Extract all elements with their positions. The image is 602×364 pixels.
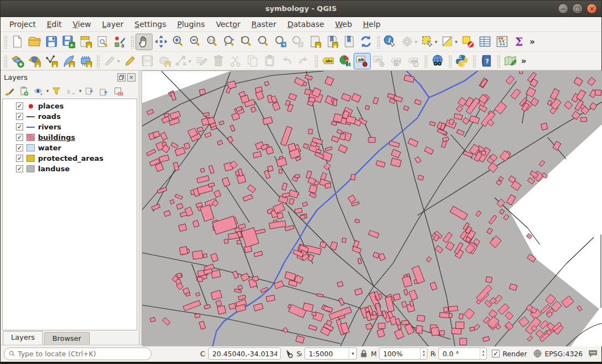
locator-input[interactable] <box>18 350 147 358</box>
pan-map-button[interactable] <box>135 34 153 50</box>
layer-row-buildings[interactable]: ✓buildings <box>3 132 137 143</box>
collapse-all-button[interactable] <box>97 85 110 97</box>
map-canvas[interactable] <box>142 70 602 345</box>
close-button[interactable]: × <box>587 3 597 14</box>
show-hide-labels-button[interactable]: abc <box>388 53 405 69</box>
layer-checkbox-water[interactable]: ✓ <box>16 144 23 151</box>
python-console-button[interactable] <box>453 53 470 69</box>
panel-close-button[interactable]: × <box>127 73 135 82</box>
rotation-spin-buttons[interactable]: ▴▾ <box>480 348 487 359</box>
toolbar-grip[interactable] <box>424 55 427 68</box>
zoom-native-button[interactable]: 1:1 <box>204 34 221 50</box>
new-geopackage-layer-button[interactable] <box>26 53 43 69</box>
open-project-button[interactable] <box>26 34 43 50</box>
copy-features-button[interactable] <box>244 53 261 69</box>
magnifier-input[interactable] <box>379 350 420 358</box>
undo-button[interactable] <box>278 53 295 69</box>
help-contents-button[interactable]: ? <box>478 53 495 69</box>
paste-features-button[interactable] <box>261 53 278 69</box>
pan-to-selection-button[interactable] <box>153 34 170 50</box>
toggle-extents-icon[interactable] <box>284 349 294 358</box>
zoom-full-button[interactable] <box>221 34 238 50</box>
new-spatial-bookmark-button[interactable] <box>306 34 323 50</box>
toolbar-grip[interactable] <box>472 55 476 68</box>
messages-icon[interactable] <box>588 349 598 358</box>
layer-checkbox-landuse[interactable]: ✓ <box>16 165 23 172</box>
highlight-pinned-labels-button[interactable]: ab <box>371 53 388 69</box>
layer-row-landuse[interactable]: ✓landuse <box>3 164 137 174</box>
layer-labeling-options-button[interactable]: abc <box>319 53 337 69</box>
save-layer-edits-button[interactable] <box>139 53 156 69</box>
menu-project[interactable]: Project <box>4 18 41 30</box>
new-spatialite-layer-button[interactable] <box>60 53 77 69</box>
menu-help[interactable]: Help <box>357 18 386 30</box>
menu-database[interactable]: Database <box>282 18 330 30</box>
crs-status[interactable]: EPSG:4326 <box>545 350 583 358</box>
menu-layer[interactable]: Layer <box>96 18 129 30</box>
toolbar-grip[interactable] <box>496 55 500 68</box>
zoom-last-button[interactable] <box>272 34 289 50</box>
new-project-button[interactable] <box>9 34 26 50</box>
current-edits-button[interactable]: ▾ <box>101 53 122 69</box>
scale-input[interactable] <box>305 350 349 358</box>
toolbar-grip[interactable] <box>96 55 100 68</box>
manage-map-themes-button[interactable] <box>31 85 45 97</box>
new-print-layout-button[interactable] <box>77 34 94 50</box>
coordinate-input[interactable] <box>209 350 280 358</box>
statistical-summary-button[interactable]: Σ <box>511 34 528 50</box>
save-project-as-button[interactable] <box>60 34 77 50</box>
locator-box[interactable] <box>4 347 151 360</box>
new-virtual-layer-button[interactable] <box>77 53 94 69</box>
render-checkbox[interactable]: ✓ <box>492 350 500 357</box>
layer-row-rivers[interactable]: ✓rivers <box>3 122 137 132</box>
vertex-tool-button[interactable]: ▾ <box>173 53 193 69</box>
menu-raster[interactable]: Raster <box>246 18 282 30</box>
tab-browser[interactable]: Browser <box>44 332 90 345</box>
layer-checkbox-protected_areas[interactable]: ✓ <box>16 155 23 162</box>
coordinate-box[interactable] <box>208 347 281 360</box>
crs-globe-icon[interactable] <box>533 349 542 358</box>
toolbar-grip[interactable] <box>448 55 452 68</box>
redo-button[interactable] <box>295 53 312 69</box>
cut-features-button[interactable] <box>227 53 244 69</box>
move-label-button[interactable]: abc <box>405 53 422 69</box>
refresh-map-button[interactable] <box>357 34 375 50</box>
layer-diagram-options-button[interactable] <box>337 53 354 69</box>
open-attribute-table-button[interactable] <box>476 34 493 50</box>
open-layer-styling-button[interactable] <box>3 85 16 97</box>
scale-dropdown-icon[interactable]: ▾ <box>349 348 356 359</box>
toolbar-grip[interactable] <box>314 55 318 68</box>
pin-unpin-labels-button[interactable]: ab <box>354 53 371 69</box>
rotation-input[interactable] <box>439 350 479 358</box>
layer-checkbox-places[interactable]: ✓ <box>16 102 23 110</box>
select-by-value-button[interactable]: ▾ <box>439 34 459 50</box>
layer-checkbox-rivers[interactable]: ✓ <box>16 123 23 131</box>
select-features-button[interactable]: ▾ <box>419 34 440 50</box>
modify-attributes-button[interactable] <box>193 53 210 69</box>
magnifier-spinbox[interactable]: ▴▾ <box>379 347 427 360</box>
scale-combo[interactable]: ▾ <box>305 347 357 360</box>
menu-plugins[interactable]: Plugins <box>172 18 210 30</box>
layer-row-places[interactable]: ✓places <box>3 101 137 111</box>
zoom-to-layer-button[interactable] <box>255 34 272 50</box>
toggle-editing-button[interactable] <box>122 53 139 69</box>
show-bookmark-manager-button[interactable] <box>340 34 357 50</box>
menu-view[interactable]: View <box>67 18 96 30</box>
panel-float-button[interactable] <box>117 73 126 82</box>
layer-row-water[interactable]: ✓water <box>3 143 137 153</box>
minimize-button[interactable]: − <box>558 3 568 14</box>
show-spatial-bookmarks-button[interactable] <box>323 34 340 50</box>
zoom-out-button[interactable] <box>187 34 204 50</box>
style-manager-button[interactable]: a <box>111 34 128 50</box>
layer-row-roads[interactable]: ✓roads <box>3 111 137 122</box>
layer-checkbox-roads[interactable]: ✓ <box>16 113 23 120</box>
run-feature-action-button[interactable]: ▾ <box>399 34 419 50</box>
save-project-button[interactable] <box>43 34 60 50</box>
data-source-manager-button[interactable] <box>9 53 26 69</box>
layer-row-protected_areas[interactable]: ✓protected_areas <box>3 153 137 164</box>
toolbar-grip[interactable] <box>3 55 7 68</box>
magnifier-spin-buttons[interactable]: ▴▾ <box>420 348 427 359</box>
expand-all-button[interactable] <box>83 85 96 97</box>
zoom-in-button[interactable] <box>170 34 187 50</box>
deselect-all-button[interactable] <box>459 34 476 50</box>
